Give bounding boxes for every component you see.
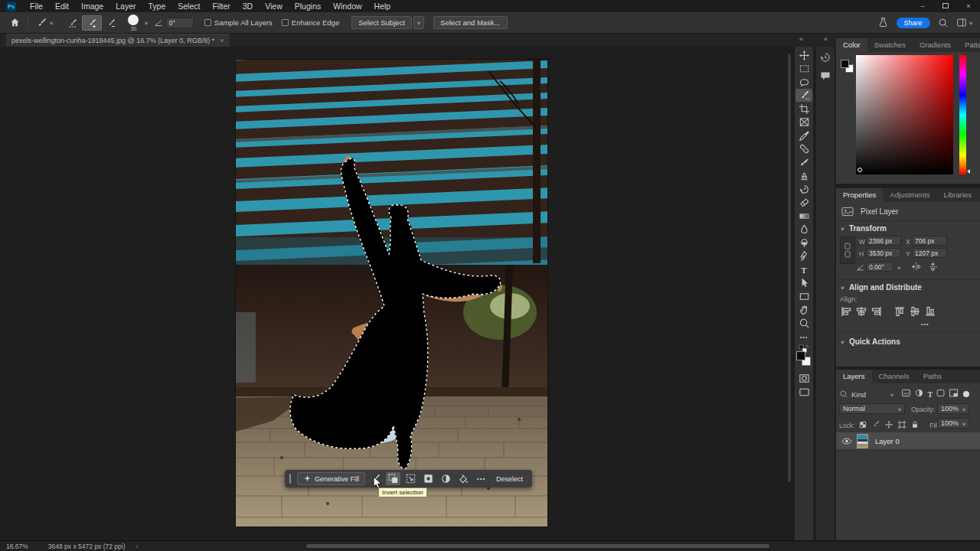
- tab-adjustments[interactable]: Adjustments: [883, 188, 936, 202]
- blend-mode-select[interactable]: Normal ∨: [839, 403, 905, 414]
- lock-all-button[interactable]: [910, 419, 920, 432]
- visibility-eye-icon[interactable]: [841, 437, 852, 445]
- align-bottom-button[interactable]: [924, 305, 936, 321]
- collapse-toolbar-icon[interactable]: «: [799, 35, 802, 43]
- path-selection-tool[interactable]: [795, 276, 812, 289]
- menu-type[interactable]: Type: [142, 0, 172, 12]
- tab-paths[interactable]: Paths: [916, 370, 949, 383]
- lock-artboard-button[interactable]: [897, 419, 906, 432]
- menu-view[interactable]: View: [259, 0, 289, 12]
- filter-shape-layers-button[interactable]: [936, 387, 946, 401]
- y-input[interactable]: 1207 px: [912, 248, 947, 258]
- selection-brush-tool[interactable]: [795, 89, 812, 102]
- select-and-mask-button[interactable]: Select and Mask...: [433, 16, 507, 29]
- filter-kind-label[interactable]: Kind: [851, 390, 866, 399]
- filter-toggle-button[interactable]: [963, 391, 969, 397]
- rectangular-marquee-tool[interactable]: [795, 62, 812, 75]
- taskbar-grip-handle[interactable]: [289, 474, 291, 484]
- generative-fill-button[interactable]: Generative Fill: [297, 472, 365, 485]
- dodge-tool[interactable]: [795, 236, 812, 249]
- filter-type-layers-button[interactable]: T: [927, 390, 933, 399]
- lock-image-pixels-button[interactable]: [871, 419, 880, 432]
- opacity-input[interactable]: 100% ∨: [937, 403, 969, 414]
- frame-tool[interactable]: [795, 116, 812, 129]
- fill-selection-button[interactable]: [421, 472, 436, 485]
- tab-libraries[interactable]: Libraries: [937, 188, 978, 202]
- transform-section-header[interactable]: ∨ Transform: [836, 224, 980, 233]
- menu-plugins[interactable]: Plugins: [289, 0, 327, 12]
- filter-adjustment-layers-button[interactable]: [914, 387, 924, 401]
- menu-edit[interactable]: Edit: [49, 0, 75, 12]
- width-input[interactable]: 2386 px: [866, 236, 901, 246]
- chevron-down-icon[interactable]: ∨: [897, 265, 901, 270]
- brush-tool[interactable]: [795, 156, 812, 169]
- menu-3d[interactable]: 3D: [237, 0, 259, 12]
- tab-layers[interactable]: Layers: [836, 370, 872, 383]
- eyedropper-tool[interactable]: [795, 129, 812, 142]
- color-panel-swatches[interactable]: [841, 60, 858, 77]
- canvas-horizontal-scrollbar[interactable]: [306, 544, 769, 548]
- zoom-level-field[interactable]: 16.67%: [6, 543, 28, 550]
- fill-input[interactable]: 100% ∨: [937, 418, 969, 429]
- foreground-background-swatches[interactable]: [796, 351, 813, 368]
- flip-horizontal-button[interactable]: [910, 261, 922, 272]
- lasso-tool[interactable]: [795, 76, 812, 89]
- tab-channels[interactable]: Channels: [872, 370, 916, 383]
- x-input[interactable]: 706 px: [912, 236, 947, 246]
- align-right-button[interactable]: [871, 305, 883, 321]
- invert-selection-button[interactable]: [386, 472, 400, 485]
- menu-layer[interactable]: Layer: [109, 0, 142, 12]
- comments-panel-button[interactable]: [818, 69, 832, 83]
- hand-tool[interactable]: [795, 303, 812, 316]
- align-middle-vertical-button[interactable]: [909, 305, 921, 321]
- menu-select[interactable]: Select: [172, 0, 206, 12]
- brush-size-picker[interactable]: 30: [126, 14, 140, 32]
- align-center-horizontal-button[interactable]: [855, 305, 867, 321]
- quick-actions-section-header[interactable]: ∨ Quick Actions: [836, 337, 980, 346]
- quick-mask-button[interactable]: [795, 372, 812, 385]
- document-image[interactable]: [236, 60, 547, 527]
- screen-mode-button[interactable]: [795, 386, 812, 399]
- search-icon[interactable]: [938, 18, 949, 28]
- constrain-proportions-toggle[interactable]: [840, 236, 855, 264]
- height-input[interactable]: 3530 px: [866, 248, 901, 258]
- taskbar-more-button[interactable]: •••: [474, 472, 488, 485]
- new-selection-mode-button[interactable]: [64, 15, 82, 31]
- history-brush-tool[interactable]: [795, 183, 812, 196]
- select-subject-options-button[interactable]: ∨: [413, 16, 424, 29]
- brush-angle-input[interactable]: 0°: [166, 18, 194, 28]
- gradient-tool[interactable]: [795, 210, 812, 223]
- tab-properties[interactable]: Properties: [836, 188, 883, 202]
- close-tab-icon[interactable]: ×: [220, 37, 224, 44]
- zoom-tool[interactable]: [795, 317, 812, 330]
- document-tab[interactable]: pexels-wellington-cunha-1918445.jpg @ 16…: [6, 34, 230, 47]
- hue-slider-marker[interactable]: [967, 169, 970, 174]
- filter-smart-objects-button[interactable]: [949, 387, 959, 401]
- menu-image[interactable]: Image: [75, 0, 109, 12]
- align-section-header[interactable]: ∨ Align and Distribute: [836, 283, 980, 292]
- minimize-button[interactable]: –: [911, 0, 934, 12]
- beta-flask-icon[interactable]: [877, 17, 889, 28]
- color-picker-cursor[interactable]: [858, 168, 862, 172]
- home-button[interactable]: [6, 15, 24, 31]
- canvas-vertical-scrollbar[interactable]: [788, 54, 791, 482]
- spot-healing-brush-tool[interactable]: [795, 142, 812, 155]
- subtract-from-selection-mode-button[interactable]: [102, 15, 120, 31]
- type-tool[interactable]: T: [795, 263, 812, 276]
- menu-filter[interactable]: Filter: [206, 0, 236, 12]
- align-more-button[interactable]: •••: [921, 321, 929, 327]
- restore-button[interactable]: [934, 0, 957, 12]
- workspace-switcher[interactable]: ∨: [956, 18, 972, 28]
- create-adjustment-button[interactable]: [439, 472, 453, 485]
- flip-vertical-button[interactable]: [927, 261, 939, 272]
- select-subject-button[interactable]: Select Subject: [351, 16, 412, 29]
- eraser-tool[interactable]: [795, 196, 812, 209]
- menu-file[interactable]: File: [24, 0, 49, 12]
- transform-selection-button[interactable]: [403, 472, 418, 485]
- tool-preset-picker[interactable]: ∨: [32, 15, 56, 31]
- color-saturation-brightness-picker[interactable]: [856, 55, 953, 174]
- generative-expand-button[interactable]: [456, 472, 471, 485]
- sample-all-layers-checkbox[interactable]: Sample All Layers: [204, 18, 273, 27]
- foreground-color-swatch[interactable]: [796, 351, 805, 360]
- close-button[interactable]: ×: [957, 0, 980, 12]
